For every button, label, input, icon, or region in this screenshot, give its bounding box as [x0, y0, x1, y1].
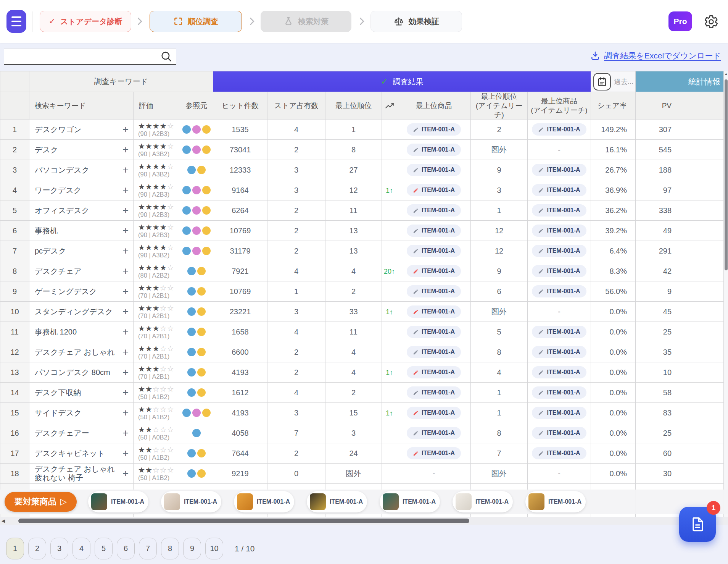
item-badge[interactable]: ITEM-001-A [532, 164, 586, 176]
item-badge[interactable]: ITEM-001-A [407, 245, 461, 257]
item-badge[interactable]: ITEM-001-A [407, 386, 461, 399]
add-keyword-button[interactable]: + [121, 124, 130, 135]
pencil-icon [538, 451, 544, 456]
calendar-button[interactable] [593, 73, 611, 90]
item-badge[interactable]: ITEM-001-A [532, 407, 586, 419]
keyword-text: デスクワゴン [35, 125, 82, 134]
item-badge[interactable]: ITEM-001-A [532, 346, 586, 358]
store-count-cell: 3 [267, 180, 325, 200]
flagged-item-chip[interactable]: ITEM-001-A [161, 491, 221, 512]
search-input[interactable] [4, 52, 160, 61]
item-badge[interactable]: ITEM-001-A [532, 265, 586, 277]
pv-cell: 60 [636, 443, 680, 464]
item-badge[interactable]: ITEM-001-A [532, 225, 586, 237]
top-item-cell: - [397, 464, 471, 484]
add-keyword-button[interactable]: + [121, 327, 130, 337]
vertical-scrollbar-thumb[interactable] [725, 79, 728, 270]
add-keyword-button[interactable]: + [121, 266, 130, 276]
page-button-3[interactable]: 3 [50, 538, 68, 559]
add-keyword-button[interactable]: + [121, 145, 130, 155]
top-item-badge-alert[interactable]: ITEM-001-A [407, 447, 461, 459]
add-keyword-button[interactable]: + [121, 388, 130, 398]
item-badge[interactable]: ITEM-001-A [532, 204, 586, 217]
add-keyword-button[interactable]: + [121, 185, 130, 196]
add-keyword-button[interactable]: + [121, 367, 130, 378]
settings-gear-icon[interactable] [704, 15, 718, 29]
item-badge[interactable]: ITEM-001-A [407, 123, 461, 136]
step-rank-survey[interactable]: 順位調査 [150, 11, 242, 32]
pro-plan-badge[interactable]: Pro [668, 11, 692, 31]
item-chip-list: ITEM-001-AITEM-001-AITEM-001-AITEM-001-A… [88, 491, 586, 512]
step-store-data-diagnosis[interactable]: ✓ ストアデータ診断 [40, 11, 131, 32]
vertical-scrollbar[interactable]: ▲ [723, 71, 728, 517]
add-keyword-button[interactable]: + [121, 205, 130, 216]
top-item-badge-alert[interactable]: ITEM-001-A [407, 366, 461, 378]
item-badge[interactable]: ITEM-001-A [532, 427, 586, 439]
item-badge[interactable]: ITEM-001-A [532, 366, 586, 378]
item-badge[interactable]: ITEM-001-A [407, 164, 461, 176]
flagged-item-chip[interactable]: ITEM-001-A [453, 491, 513, 512]
add-keyword-button[interactable]: + [121, 469, 130, 479]
pencil-icon [538, 268, 544, 274]
top-item-badge-alert[interactable]: ITEM-001-A [407, 407, 461, 419]
top-item-badge-alert[interactable]: ITEM-001-A [407, 184, 461, 196]
scroll-left-icon[interactable]: ◀ [2, 518, 5, 524]
rank-trend-cell [382, 200, 397, 221]
page-button-4[interactable]: 4 [72, 538, 90, 559]
item-badge[interactable]: ITEM-001-A [532, 123, 586, 136]
flagged-item-chip[interactable]: ITEM-001-A [88, 491, 148, 512]
item-badge[interactable]: ITEM-001-A [407, 326, 461, 338]
item-badge[interactable]: ITEM-001-A [532, 245, 586, 257]
item-badge[interactable]: ITEM-001-A [532, 326, 586, 338]
countermeasure-items-button[interactable]: 要対策商品 ▷ [5, 492, 77, 512]
item-badge[interactable]: ITEM-001-A [532, 184, 586, 196]
page-button-2[interactable]: 2 [28, 538, 46, 559]
add-keyword-button[interactable]: + [121, 347, 130, 357]
step-effect-verification[interactable]: 効果検証 [370, 11, 462, 32]
top-rank-cell: 4 [325, 342, 382, 362]
page-button-9[interactable]: 9 [183, 538, 201, 559]
add-keyword-button[interactable]: + [121, 408, 130, 418]
hamburger-menu-button[interactable] [6, 10, 26, 33]
add-keyword-button[interactable]: + [121, 448, 130, 459]
item-badge[interactable]: ITEM-001-A [407, 427, 461, 439]
top-item-badge-alert[interactable]: ITEM-001-A [407, 305, 461, 318]
excel-download-link[interactable]: 調査結果をExcelでダウンロード [590, 50, 721, 61]
add-keyword-button[interactable]: + [121, 226, 130, 236]
top-item-cell: ITEM-001-A [397, 160, 471, 180]
add-keyword-button[interactable]: + [121, 246, 130, 256]
item-badge[interactable]: ITEM-001-A [407, 204, 461, 217]
page-button-10[interactable]: 10 [205, 538, 223, 559]
item-badge[interactable]: ITEM-001-A [532, 447, 586, 459]
item-badge[interactable]: ITEM-001-A [407, 225, 461, 237]
hits-cell: 4193 [213, 403, 267, 423]
item-badge[interactable]: ITEM-001-A [532, 386, 586, 399]
source-dot-yellow [197, 388, 206, 397]
page-button-5[interactable]: 5 [95, 538, 113, 559]
page-button-8[interactable]: 8 [161, 538, 179, 559]
add-keyword-button[interactable]: + [121, 307, 130, 317]
add-keyword-button[interactable]: + [121, 165, 130, 175]
flagged-item-chip[interactable]: ITEM-001-A [525, 491, 586, 512]
item-badge[interactable]: ITEM-001-A [407, 144, 461, 156]
flagged-item-chip[interactable]: ITEM-001-A [234, 491, 294, 512]
horizontal-scrollbar[interactable]: ◀ [0, 517, 728, 525]
add-keyword-button[interactable]: + [121, 286, 130, 297]
scroll-up-icon[interactable]: ▲ [724, 72, 728, 76]
rank-trend-up: 1↑ [386, 308, 393, 316]
horizontal-scrollbar-thumb[interactable] [18, 519, 469, 523]
flagged-item-chip[interactable]: ITEM-001-A [307, 491, 367, 512]
add-keyword-button[interactable]: + [121, 428, 130, 438]
item-badge[interactable]: ITEM-001-A [407, 285, 461, 297]
page-button-1[interactable]: 1 [6, 538, 24, 559]
flagged-item-chip[interactable]: ITEM-001-A [380, 491, 440, 512]
page-button-7[interactable]: 7 [139, 538, 157, 559]
page-button-6[interactable]: 6 [117, 538, 135, 559]
search-icon[interactable] [160, 50, 173, 63]
item-badge[interactable]: ITEM-001-A [532, 285, 586, 297]
share-cell: 0.0% [591, 443, 636, 464]
item-badge[interactable]: ITEM-001-A [407, 346, 461, 358]
top-item-badge-alert[interactable]: ITEM-001-A [407, 265, 461, 277]
pencil-icon [413, 248, 419, 254]
star-rating: ★★☆☆☆ [138, 385, 180, 393]
